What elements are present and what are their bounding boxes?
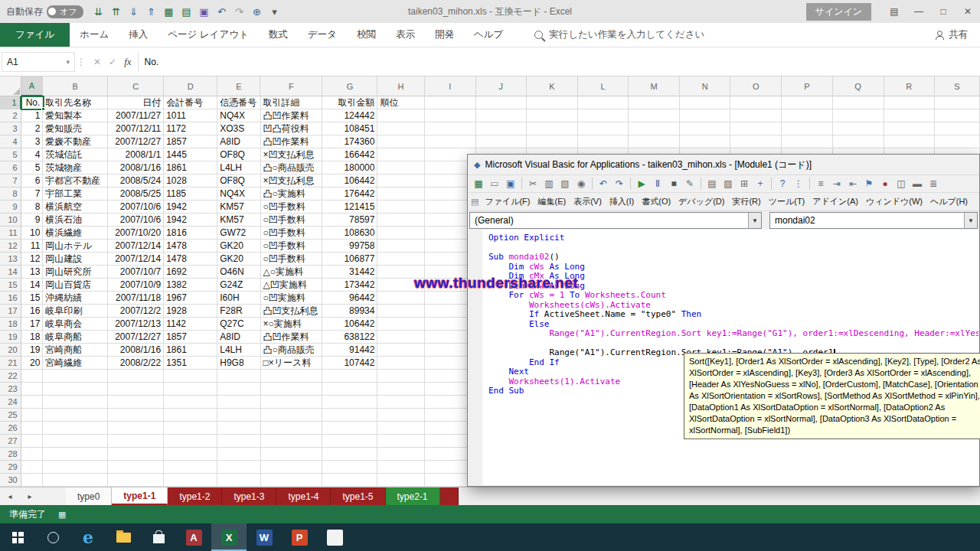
cell-E23[interactable] (217, 383, 260, 396)
cell-A3[interactable]: 2 (21, 122, 44, 135)
maximize-button[interactable]: □ (931, 0, 956, 23)
cell-P2[interactable] (782, 109, 832, 122)
cell-G13[interactable]: 106877 (322, 253, 377, 266)
cell-E2[interactable]: NQ4X (217, 109, 260, 122)
cell-I4[interactable] (425, 135, 476, 148)
column-header-E[interactable]: E (217, 77, 260, 96)
cell-E8[interactable]: NQ4X (217, 187, 260, 201)
cell-H21[interactable] (377, 357, 424, 370)
cell-E14[interactable]: O46N (217, 266, 260, 279)
store-icon[interactable] (141, 523, 176, 551)
cell-A7[interactable]: 6 (21, 174, 44, 187)
fill-up-icon[interactable]: ⇑ (144, 4, 159, 19)
cell-D23[interactable] (164, 383, 217, 396)
cell-D6[interactable]: 1861 (164, 161, 217, 174)
sheet-nav-left-icon[interactable]: ◂ (0, 487, 20, 505)
cell-G7[interactable]: 106442 (322, 174, 377, 187)
cell-F12[interactable]: ○凹手数料 (261, 240, 323, 253)
cell-D11[interactable]: 1816 (164, 227, 217, 240)
column-header-R[interactable]: R (884, 77, 935, 96)
cell-H30[interactable] (377, 474, 424, 487)
cell-G5[interactable]: 166442 (322, 148, 377, 161)
column-header-F[interactable]: F (260, 77, 322, 96)
column-header-G[interactable]: G (322, 77, 377, 96)
row-header-8[interactable]: 8 (0, 187, 21, 201)
cell-E15[interactable]: G24Z (217, 279, 260, 292)
vba-menu-addins[interactable]: アドイン(A) (808, 194, 862, 209)
cell-D24[interactable] (164, 396, 217, 409)
cell-K3[interactable] (527, 122, 578, 135)
sort-asc-icon[interactable]: ⇊ (91, 4, 106, 19)
cell-H11[interactable] (377, 227, 424, 240)
cell-N2[interactable] (680, 109, 730, 122)
file-tab[interactable]: ファイル (0, 23, 70, 47)
column-header-I[interactable]: I (425, 77, 476, 96)
cell-E26[interactable] (217, 422, 260, 435)
call-stack-icon[interactable]: ≣ (926, 176, 941, 191)
cell-D8[interactable]: 1185 (164, 187, 217, 201)
cell-F14[interactable]: △○実施料 (261, 266, 323, 279)
cell-C27[interactable] (108, 435, 164, 448)
cell-B15[interactable]: 岡山百貨店 (43, 279, 108, 292)
touch-mode-icon[interactable]: ⊕ (250, 4, 265, 19)
row-header-24[interactable]: 24 (0, 396, 21, 409)
cell-J1[interactable] (476, 96, 527, 109)
cancel-icon[interactable]: ✕ (93, 57, 101, 67)
sheet-tab-type2-1[interactable]: type2-1 (386, 487, 440, 505)
cell-E28[interactable] (217, 448, 260, 461)
view-excel-icon[interactable]: ▦ (471, 176, 486, 191)
cell-C5[interactable]: 2008/1/1 (108, 148, 164, 161)
cell-C1[interactable]: 日付 (108, 96, 164, 109)
cell-D17[interactable]: 1928 (164, 305, 217, 318)
cell-C24[interactable] (108, 396, 164, 409)
watch-window-icon[interactable]: ◫ (893, 176, 909, 191)
vba-menu-format[interactable]: 書式(O) (638, 194, 675, 209)
cell-G16[interactable]: 96442 (322, 292, 377, 305)
cell-E16[interactable]: I60H (217, 292, 260, 305)
cell-F27[interactable] (261, 435, 323, 448)
whiteboard-icon[interactable] (317, 523, 352, 551)
cell-Q2[interactable] (833, 109, 884, 122)
cell-H16[interactable] (377, 292, 424, 305)
cell-A24[interactable] (21, 396, 44, 409)
cell-C6[interactable]: 2008/1/16 (108, 161, 164, 174)
start-button[interactable] (0, 523, 35, 551)
cell-B20[interactable]: 宮崎商船 (43, 344, 108, 357)
cell-H23[interactable] (377, 383, 424, 396)
cell-A28[interactable] (21, 448, 44, 461)
cell-D28[interactable] (164, 448, 217, 461)
cell-G3[interactable]: 108451 (322, 122, 377, 135)
row-header-18[interactable]: 18 (0, 318, 21, 331)
row-header-26[interactable]: 26 (0, 422, 21, 435)
cell-R2[interactable] (884, 109, 935, 122)
cell-O3[interactable] (730, 122, 782, 135)
cell-C20[interactable]: 2008/1/16 (108, 344, 164, 357)
cell-J4[interactable] (476, 135, 527, 148)
tellme-search[interactable]: 実行したい作業を入力してください (534, 23, 704, 47)
cell-G27[interactable] (322, 435, 377, 448)
cell-A27[interactable] (21, 435, 44, 448)
cell-B19[interactable]: 岐阜商船 (43, 331, 108, 344)
cell-E1[interactable]: 信憑番号 (217, 96, 260, 109)
cell-G4[interactable]: 174360 (322, 135, 377, 148)
row-header-12[interactable]: 12 (0, 240, 21, 253)
cell-E25[interactable] (217, 409, 260, 422)
cell-L3[interactable] (578, 122, 629, 135)
row-header-20[interactable]: 20 (0, 344, 21, 357)
cell-E20[interactable]: L4LH (217, 344, 260, 357)
cell-F18[interactable]: ×○実施料 (261, 318, 323, 331)
fill-down-icon[interactable]: ⇓ (126, 4, 142, 19)
cell-A22[interactable] (21, 370, 44, 383)
undo-icon[interactable]: ↶ (596, 176, 611, 191)
vba-menu-tools[interactable]: ツール(T) (765, 194, 809, 209)
cell-C22[interactable] (108, 370, 164, 383)
sheet-tab-type1-4[interactable]: type1-4 (276, 487, 331, 505)
vba-menu-help[interactable]: ヘルプ(H) (926, 194, 972, 209)
cell-F11[interactable]: ○凹手数料 (261, 227, 323, 240)
cell-B24[interactable] (43, 396, 108, 409)
column-header-B[interactable]: B (43, 77, 108, 96)
cell-C10[interactable]: 2007/10/6 (108, 214, 164, 227)
cell-F29[interactable] (261, 461, 323, 474)
name-box-dropdown-icon[interactable]: ▾ (66, 58, 70, 66)
cell-K1[interactable] (527, 96, 578, 109)
